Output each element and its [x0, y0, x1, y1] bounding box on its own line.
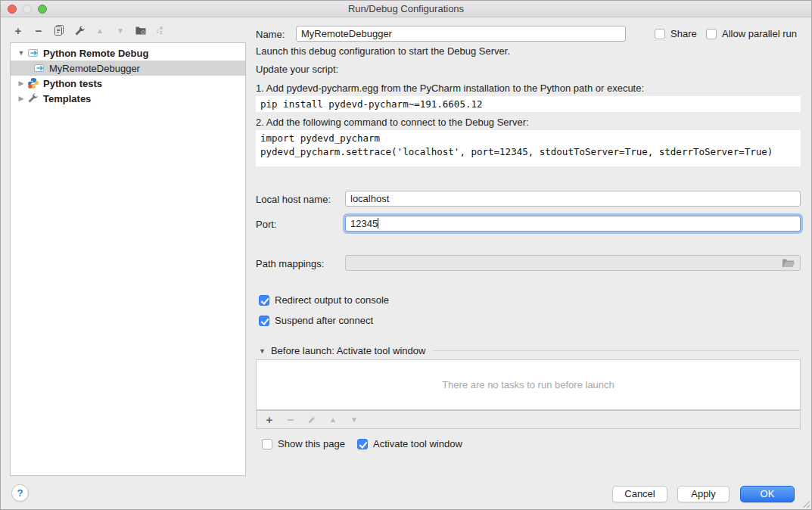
remove-configuration-button[interactable]: −	[33, 24, 45, 36]
before-launch-task-list[interactable]: There are no tasks to run before launch	[256, 359, 801, 410]
path-mappings-input	[345, 255, 801, 271]
path-mappings-label: Path mappings:	[256, 258, 324, 269]
window-title: Run/Debug Configurations	[1, 1, 811, 17]
allow-parallel-run-label: Allow parallel run	[722, 28, 797, 39]
show-this-page-row: Show this page	[262, 438, 345, 449]
move-up-button: ▲	[94, 24, 106, 36]
show-this-page-label: Show this page	[278, 438, 345, 449]
suspend-after-connect-row: Suspend after connect	[259, 315, 373, 326]
copy-configuration-icon[interactable]	[53, 24, 65, 36]
new-folder-icon[interactable]	[135, 24, 147, 36]
activate-tool-window-checkbox[interactable]	[357, 439, 368, 449]
tree-item-python-tests[interactable]: ▶ Python tests	[11, 76, 245, 91]
local-host-name-label: Local host name:	[256, 194, 331, 205]
titlebar[interactable]: Run/Debug Configurations	[1, 1, 811, 17]
minimize-window-button	[23, 5, 32, 14]
empty-tasks-text: There are no tasks to run before launch	[442, 379, 614, 390]
help-button[interactable]: ?	[11, 484, 29, 502]
name-label: Name:	[256, 29, 285, 40]
share-checkbox-row: Share	[655, 28, 697, 39]
port-input[interactable]: 12345	[345, 216, 801, 232]
expand-arrow-icon[interactable]: ▶	[15, 95, 27, 102]
tree-item-templates[interactable]: ▶ Templates	[11, 91, 245, 106]
port-label: Port:	[256, 219, 276, 230]
allow-parallel-run-checkbox[interactable]	[706, 29, 717, 39]
code-line-1: import pydevd_pycharm	[260, 132, 796, 145]
tree-item-myremotedebugger-selected[interactable]: MyRemoteDebugger	[11, 61, 245, 76]
step2-text: 2. Add the following command to connect …	[256, 117, 529, 128]
collapse-arrow-icon[interactable]: ▼	[15, 49, 27, 57]
redirect-output-checkbox[interactable]	[259, 295, 269, 306]
text-caret	[378, 218, 378, 229]
section-divider	[434, 350, 799, 351]
sort-configurations-icon: ↓ az	[155, 25, 163, 36]
redirect-output-label: Redirect output to console	[275, 294, 389, 306]
expand-arrow-icon[interactable]: ▶	[15, 79, 27, 87]
configurations-tree: ▼ Python Remote Debug MyRemoteDebugger ▶…	[10, 42, 246, 476]
before-launch-header[interactable]: ▼ Before launch: Activate tool window	[259, 345, 799, 356]
python-tests-icon	[27, 77, 39, 89]
before-launch-toolbar: + − ▲ ▼	[256, 410, 801, 429]
add-configuration-button[interactable]: +	[12, 24, 24, 36]
description-text: Launch this debug configuration to start…	[256, 45, 510, 57]
remote-debug-icon	[27, 47, 39, 59]
allow-parallel-run-checkbox-row: Allow parallel run	[706, 28, 797, 39]
templates-wrench-icon	[27, 92, 39, 104]
zoom-window-button[interactable]	[38, 5, 47, 14]
activate-tool-window-label: Activate tool window	[373, 438, 462, 449]
suspend-after-connect-label: Suspend after connect	[275, 315, 373, 326]
cancel-button[interactable]: Cancel	[612, 486, 667, 502]
pip-command-code: pip install pydevd-pycharm~=191.6605.12	[256, 96, 801, 112]
resize-grip[interactable]	[802, 500, 810, 508]
move-down-button: ▼	[114, 24, 126, 36]
settrace-code-block: import pydevd_pycharm pydevd_pycharm.set…	[256, 130, 801, 166]
tree-item-python-remote-debug[interactable]: ▼ Python Remote Debug	[11, 45, 245, 61]
activate-tool-window-row: Activate tool window	[357, 438, 462, 449]
local-host-name-input[interactable]: localhost	[345, 191, 801, 207]
step1-text: 1. Add pydevd-pycharm.egg from the PyCha…	[256, 82, 644, 94]
redirect-output-row: Redirect output to console	[259, 294, 389, 306]
before-launch-title: Before launch: Activate tool window	[271, 345, 426, 356]
show-this-page-checkbox[interactable]	[262, 439, 272, 449]
edit-templates-wrench-icon[interactable]	[73, 24, 86, 36]
suspend-after-connect-checkbox[interactable]	[259, 316, 269, 326]
share-checkbox[interactable]	[655, 29, 665, 39]
remote-debug-icon	[33, 62, 45, 74]
remove-task-button: −	[285, 414, 297, 426]
browse-folder-icon[interactable]	[782, 258, 795, 271]
add-task-button[interactable]: +	[263, 414, 275, 426]
move-task-down-button: ▼	[348, 414, 360, 426]
name-input[interactable]: MyRemoteDebugger	[296, 26, 626, 42]
ok-button[interactable]: OK	[740, 486, 795, 502]
share-label: Share	[670, 28, 697, 39]
code-line-2: pydevd_pycharm.settrace('localhost', por…	[260, 145, 796, 159]
run-debug-configurations-dialog: Run/Debug Configurations + − ▲ ▼ ↓ az ▼ …	[0, 0, 812, 510]
apply-button[interactable]: Apply	[677, 486, 730, 502]
edit-task-pencil-icon	[306, 414, 318, 426]
close-window-button[interactable]	[8, 5, 17, 14]
move-task-up-button: ▲	[327, 414, 339, 426]
update-script-text: Update your script:	[256, 64, 338, 75]
collapse-arrow-icon[interactable]: ▼	[259, 347, 266, 355]
configurations-toolbar: + − ▲ ▼ ↓ az	[12, 24, 163, 36]
